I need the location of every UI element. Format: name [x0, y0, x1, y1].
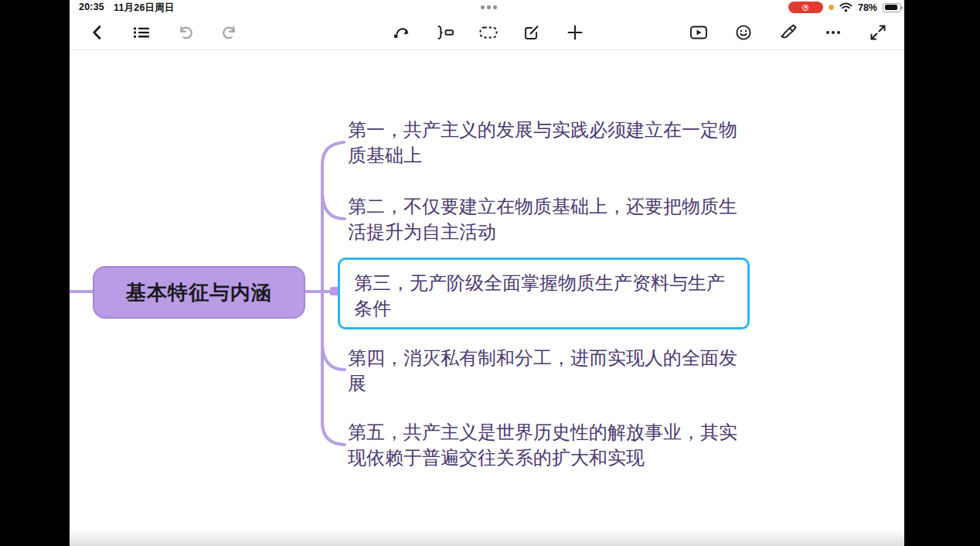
style-button[interactable] [774, 17, 802, 48]
emoji-button[interactable] [730, 17, 757, 48]
status-bar: 20:35 11月26日周日 78% [70, 0, 904, 15]
device-frame: 20:35 11月26日周日 78% [0, 0, 980, 546]
screen-recording-icon[interactable] [788, 2, 823, 13]
boundary-dashed-icon [478, 24, 499, 41]
fullscreen-button[interactable] [864, 17, 892, 48]
mindmap-canvas[interactable]: 基本特征与内涵 第一，共产主义的发展与实践必须建立在一定物质基础上 第二，不仅要… [70, 50, 904, 530]
relationship-button[interactable] [388, 17, 416, 48]
chevron-left-icon [89, 24, 106, 41]
outline-button[interactable] [128, 17, 155, 48]
branch-topic-3-selected[interactable]: 第三，无产阶级全面掌握物质生产资料与生产条件 [338, 258, 750, 329]
mic-in-use-icon [829, 5, 834, 10]
status-date: 11月26日周日 [114, 2, 175, 15]
play-presentation-icon [689, 24, 709, 41]
add-topic-button[interactable] [561, 17, 589, 48]
branch-topic-1[interactable]: 第一，共产主义的发展与实践必须建立在一定物质基础上 [348, 117, 747, 168]
summary-button[interactable] [431, 17, 459, 48]
redo-button[interactable] [216, 17, 243, 48]
note-compose-icon [522, 24, 541, 41]
branch-topic-5[interactable]: 第五，共产主义是世界历史性的解放事业，其实现依赖于普遍交往关系的扩大和实现 [348, 419, 747, 470]
multitask-dots-icon [481, 5, 497, 9]
back-button[interactable] [83, 17, 111, 48]
ellipsis-icon [823, 24, 843, 41]
paint-brush-icon [779, 23, 798, 42]
bottom-gradient [70, 529, 904, 546]
present-button[interactable] [685, 17, 713, 48]
root-topic-label: 基本特征与内涵 [126, 279, 272, 306]
branch-topic-3-label: 第三，无产阶级全面掌握物质生产资料与生产条件 [340, 260, 747, 321]
expand-arrows-icon [869, 23, 887, 42]
relationship-arrow-icon [393, 24, 411, 41]
battery-icon [883, 3, 901, 12]
note-button[interactable] [518, 17, 546, 48]
branch-topic-4[interactable]: 第四，消灭私有制和分工，进而实现人的全面发展 [348, 345, 747, 396]
wifi-icon [839, 2, 852, 12]
outline-list-icon [132, 24, 151, 41]
smiley-icon [734, 23, 753, 42]
plus-icon [566, 23, 584, 42]
battery-percent: 78% [858, 2, 877, 13]
branch2-curve [322, 193, 345, 219]
redo-icon [220, 24, 239, 41]
app-window: 20:35 11月26日周日 78% [70, 0, 904, 546]
summary-brace-icon [435, 24, 455, 41]
boundary-button[interactable] [475, 17, 502, 48]
root-topic[interactable]: 基本特征与内涵 [93, 266, 305, 319]
branch4-curve [322, 344, 345, 370]
branch-topic-2[interactable]: 第二，不仅要建立在物质基础上，还要把物质生活提升为自主活动 [348, 193, 747, 244]
clock-time: 20:35 [79, 2, 104, 15]
undo-icon [176, 24, 195, 41]
toolbar [70, 15, 904, 49]
undo-button[interactable] [172, 17, 199, 48]
more-button[interactable] [819, 17, 847, 48]
